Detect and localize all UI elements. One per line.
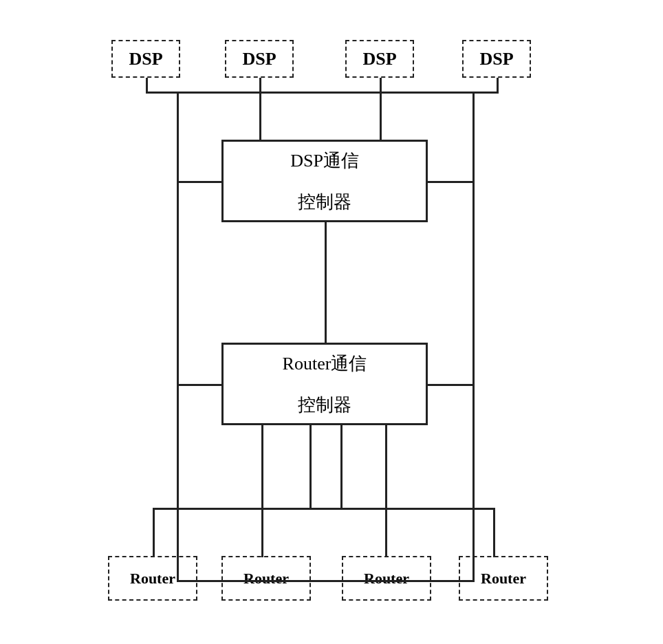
dsp-box-2: DSP [225,40,294,78]
bottom-h-bar [177,580,475,582]
dsp4-h-line [475,92,499,94]
bus-to-router1-v [153,508,155,557]
dsp-box-1: DSP [111,40,180,78]
left-to-dspctrl-h [177,181,223,183]
dsp4-down-line [497,78,499,93]
router-controller: Router通信 控制器 [221,343,428,425]
left-to-routerctrl-h [177,384,223,386]
dsp-box-4: DSP [462,40,531,78]
router-h-bus [153,508,493,510]
dsp1-h-line [146,92,179,94]
top-h-bar [177,92,475,94]
dsp-controller: DSP通信 控制器 [221,140,428,222]
router-box-2: Router [221,556,311,601]
right-to-routerctrl-h [428,384,475,386]
leftbus-h [153,508,178,510]
bus-to-router4-v [493,508,495,557]
rightbus-h [472,508,494,510]
routerctrl-inner-v2 [340,425,343,509]
routerctrl-inner-v1 [309,425,312,509]
dsp3-v-line [380,78,382,141]
network-diagram: DSP DSP DSP DSP DSP通信 控制器 Router通信 控制器 R… [70,19,593,625]
dsp-box-3: DSP [345,40,414,78]
dsp2-v-line [259,78,261,141]
left-outer-rail [177,92,179,580]
right-to-dspctrl-h [428,181,475,183]
routerctrl-to-router3-v [385,425,387,557]
router-box-3: Router [342,556,431,601]
ctrl-to-ctrl-v-line [325,222,327,344]
router-box-1: Router [108,556,197,601]
dsp1-down-line [146,78,148,93]
routerctrl-to-router2-v [261,425,263,557]
right-outer-rail [472,92,475,580]
